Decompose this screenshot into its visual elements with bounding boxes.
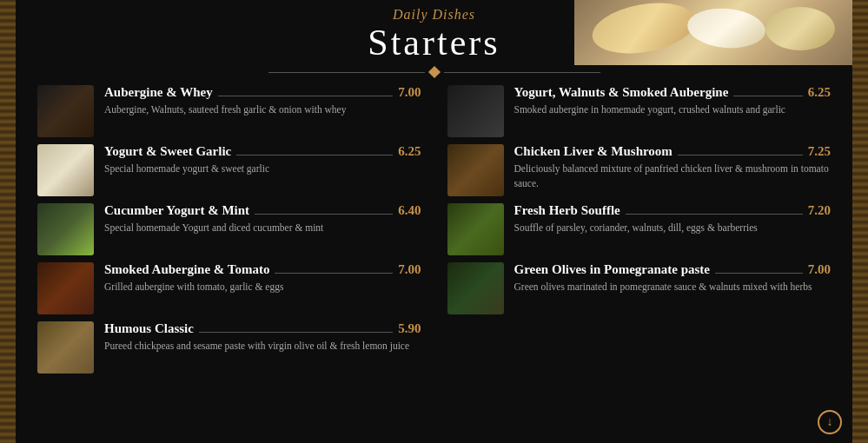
menu-item-green-olives-pomegranate: Green Olives in Pomegranate paste7.00Gre… (447, 262, 832, 314)
menu-item-aubergine-whey: Aubergine & Whey7.00Aubergine, Walnuts, … (37, 85, 421, 137)
menu-item-cucumber-yogurt-mint: Cucumber Yogurt & Mint6.40Special homema… (37, 203, 421, 255)
hero-image (574, 0, 852, 65)
menu-item-image-green-olives-pomegranate (447, 262, 504, 314)
hero-image-placeholder (574, 0, 852, 65)
menu-item-title-row-humous-classic: Humous Classic5.90 (104, 321, 421, 336)
menu-item-chicken-liver-mushroom: Chicken Liver & Mushroom7.25Deliciously … (447, 144, 832, 196)
menu-item-price-smoked-aubergine-tomato: 7.00 (398, 262, 421, 277)
right-menu-column: Yogurt, Walnuts & Smoked Aubergine6.25Sm… (434, 85, 845, 443)
menu-item-humous-classic: Humous Classic5.90Pureed chickpeas and s… (37, 321, 421, 374)
menu-item-price-humous-classic: 5.90 (398, 321, 421, 336)
header: Daily Dishes Starters (16, 0, 852, 85)
menu-item-details-smoked-aubergine-tomato: Smoked Aubergine & Tomato7.00Grilled aub… (104, 262, 421, 294)
menu-item-name-cucumber-yogurt-mint: Cucumber Yogurt & Mint (104, 203, 249, 218)
menu-item-desc-chicken-liver-mushroom: Deliciously balanced mixture of panfried… (514, 162, 832, 190)
menu-item-image-smoked-aubergine-tomato (37, 262, 94, 314)
menu-item-title-row-chicken-liver-mushroom: Chicken Liver & Mushroom7.25 (514, 144, 832, 159)
menu-item-name-yogurt-walnuts-smoked: Yogurt, Walnuts & Smoked Aubergine (514, 85, 729, 100)
menu-item-price-chicken-liver-mushroom: 7.25 (808, 144, 831, 159)
menu-item-title-row-smoked-aubergine-tomato: Smoked Aubergine & Tomato7.00 (104, 262, 421, 277)
scroll-indicator[interactable]: ↓ (818, 410, 842, 434)
left-menu-column: Aubergine & Whey7.00Aubergine, Walnuts, … (24, 85, 434, 443)
menu-item-desc-fresh-herb-souffle: Souffle of parsley, coriander, walnuts, … (514, 221, 832, 235)
menu-item-image-aubergine-whey (37, 85, 94, 137)
divider-line-right (444, 72, 600, 73)
menu-item-desc-yogurt-sweet-garlic: Special homemade yogurt & sweet garlic (104, 162, 421, 176)
menu-item-price-aubergine-whey: 7.00 (398, 85, 421, 100)
menu-item-price-fresh-herb-souffle: 7.20 (808, 203, 831, 218)
menu-item-dots-green-olives-pomegranate (715, 273, 803, 274)
menu-item-name-humous-classic: Humous Classic (104, 321, 194, 336)
divider-diamond (427, 66, 440, 78)
menu-item-dots-fresh-herb-souffle (626, 214, 803, 215)
menu-item-name-yogurt-sweet-garlic: Yogurt & Sweet Garlic (104, 144, 231, 159)
menu-item-image-humous-classic (37, 321, 94, 374)
menu-item-details-aubergine-whey: Aubergine & Whey7.00Aubergine, Walnuts, … (104, 85, 421, 117)
main-content: Daily Dishes Starters Aubergine & Whey7.… (16, 0, 852, 443)
menu-item-price-cucumber-yogurt-mint: 6.40 (398, 203, 421, 218)
menu-item-name-chicken-liver-mushroom: Chicken Liver & Mushroom (514, 144, 673, 159)
menu-item-name-fresh-herb-souffle: Fresh Herb Souffle (514, 203, 620, 218)
menu-item-details-yogurt-sweet-garlic: Yogurt & Sweet Garlic6.25Special homemad… (104, 144, 421, 176)
menu-item-details-yogurt-walnuts-smoked: Yogurt, Walnuts & Smoked Aubergine6.25Sm… (514, 85, 832, 117)
menu-item-yogurt-sweet-garlic: Yogurt & Sweet Garlic6.25Special homemad… (37, 144, 421, 196)
menu-item-details-chicken-liver-mushroom: Chicken Liver & Mushroom7.25Deliciously … (514, 144, 832, 190)
menu-item-title-row-fresh-herb-souffle: Fresh Herb Souffle7.20 (514, 203, 832, 218)
menu-item-desc-aubergine-whey: Aubergine, Walnuts, sauteed fresh garlic… (104, 102, 421, 117)
menu-item-desc-humous-classic: Pureed chickpeas and sesame paste with v… (104, 339, 421, 354)
menu-item-price-green-olives-pomegranate: 7.00 (808, 262, 831, 277)
menu-item-desc-green-olives-pomegranate: Green olives marinated in pomegranate sa… (514, 280, 832, 294)
menu-item-image-yogurt-sweet-garlic (37, 144, 94, 196)
menu-item-details-humous-classic: Humous Classic5.90Pureed chickpeas and s… (104, 321, 421, 354)
menu-item-price-yogurt-walnuts-smoked: 6.25 (808, 85, 831, 100)
menu-item-details-fresh-herb-souffle: Fresh Herb Souffle7.20Souffle of parsley… (514, 203, 832, 235)
menu-item-smoked-aubergine-tomato: Smoked Aubergine & Tomato7.00Grilled aub… (37, 262, 421, 314)
bread-shape-3 (765, 7, 835, 50)
menu-item-desc-yogurt-walnuts-smoked: Smoked aubergine in homemade yogurt, cru… (514, 102, 832, 117)
menu-item-dots-chicken-liver-mushroom (678, 155, 803, 155)
menu-item-dots-yogurt-sweet-garlic (236, 155, 393, 155)
menu-item-image-chicken-liver-mushroom (447, 144, 504, 196)
menu-item-dots-yogurt-walnuts-smoked (733, 96, 802, 96)
menu-item-title-row-cucumber-yogurt-mint: Cucumber Yogurt & Mint6.40 (104, 203, 421, 218)
menu-item-dots-smoked-aubergine-tomato (275, 273, 393, 274)
right-border (852, 0, 868, 443)
menu-item-title-row-green-olives-pomegranate: Green Olives in Pomegranate paste7.00 (514, 262, 832, 277)
left-border (0, 0, 16, 443)
menu-item-price-yogurt-sweet-garlic: 6.25 (398, 144, 421, 159)
menu-item-details-green-olives-pomegranate: Green Olives in Pomegranate paste7.00Gre… (514, 262, 832, 294)
bread-shape-1 (588, 0, 699, 61)
menu-item-fresh-herb-souffle: Fresh Herb Souffle7.20Souffle of parsley… (447, 203, 832, 255)
menu-item-image-fresh-herb-souffle (447, 203, 504, 255)
menu-item-name-aubergine-whey: Aubergine & Whey (104, 85, 213, 100)
menu-item-title-row-yogurt-sweet-garlic: Yogurt & Sweet Garlic6.25 (104, 144, 421, 159)
menu-item-name-green-olives-pomegranate: Green Olives in Pomegranate paste (514, 262, 711, 277)
divider-line-left (268, 72, 425, 73)
menu-item-desc-cucumber-yogurt-mint: Special homemade Yogurt and diced cucumb… (104, 221, 421, 235)
menu-item-image-cucumber-yogurt-mint (37, 203, 94, 255)
menu-item-dots-aubergine-whey (218, 96, 394, 96)
menu-item-dots-humous-classic (199, 332, 393, 333)
menu-item-dots-cucumber-yogurt-mint (255, 214, 393, 215)
bread-shape-2 (686, 5, 767, 51)
menu-item-details-cucumber-yogurt-mint: Cucumber Yogurt & Mint6.40Special homema… (104, 203, 421, 235)
menu-item-title-row-yogurt-walnuts-smoked: Yogurt, Walnuts & Smoked Aubergine6.25 (514, 85, 832, 100)
menu-item-image-yogurt-walnuts-smoked (447, 85, 504, 137)
menu-item-title-row-aubergine-whey: Aubergine & Whey7.00 (104, 85, 421, 100)
menu-item-desc-smoked-aubergine-tomato: Grilled aubergine with tomato, garlic & … (104, 280, 421, 294)
menu-item-yogurt-walnuts-smoked: Yogurt, Walnuts & Smoked Aubergine6.25Sm… (447, 85, 832, 137)
menu-columns: Aubergine & Whey7.00Aubergine, Walnuts, … (16, 85, 852, 443)
header-divider (16, 68, 852, 76)
menu-item-name-smoked-aubergine-tomato: Smoked Aubergine & Tomato (104, 262, 269, 277)
